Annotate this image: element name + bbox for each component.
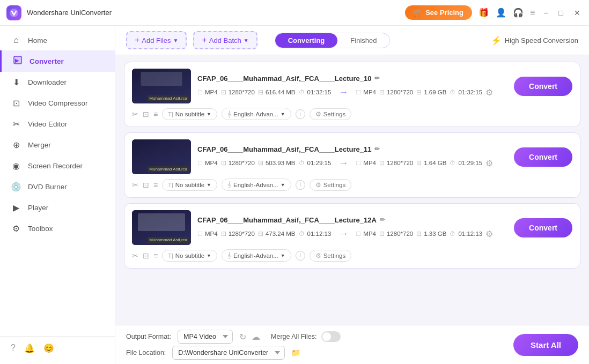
crop-icon[interactable]: ⊡: [143, 110, 149, 118]
edit-icon[interactable]: ✏: [374, 145, 380, 153]
more-icon[interactable]: ≡: [153, 181, 158, 189]
file-name: CFAP_06____Muhammad_Asif,_FCA____Lecture…: [197, 75, 503, 83]
add-files-button[interactable]: + Add Files ▼: [126, 31, 187, 49]
sidebar-item-toolbox[interactable]: ⚙ Toolbox: [0, 218, 115, 239]
add-batch-button[interactable]: + Add Batch ▼: [193, 31, 257, 49]
sidebar-item-label: Player: [28, 204, 48, 212]
sidebar-item-label: Video Compressor: [28, 99, 88, 107]
language-select[interactable]: 𝄞 English-Advan... ▼: [222, 249, 291, 262]
toggle-knob: [322, 332, 331, 341]
language-select[interactable]: 𝄞 English-Advan... ▼: [222, 179, 291, 191]
arrow-right-icon: →: [338, 228, 348, 240]
file-location-select[interactable]: D:\Wondershare UniConverter: [172, 346, 285, 360]
chevron-down-icon: ▼: [281, 112, 285, 117]
card-info: CFAP_06____Muhammad_Asif,_FCA____Lecture…: [197, 216, 503, 240]
card-tools: ✂ ⊡ ≡ T| No subtitle ▼ 𝄞 English-Advan..…: [132, 179, 572, 191]
gear-icon: ⚙: [315, 110, 321, 118]
crop-icon[interactable]: ⊡: [143, 251, 149, 260]
chevron-down-icon: ▼: [207, 112, 211, 117]
gift-icon[interactable]: 🎁: [478, 8, 489, 18]
output-settings-icon[interactable]: ⚙: [485, 158, 493, 168]
subtitle-select[interactable]: T| No subtitle ▼: [162, 179, 217, 191]
arrow-right-icon: →: [338, 158, 348, 169]
minimize-button[interactable]: −: [541, 9, 550, 17]
sidebar-item-video-editor[interactable]: ✂ Video Editor: [0, 114, 115, 135]
merge-group: Merge All Files:: [271, 331, 340, 342]
notification-icon[interactable]: 🔔: [24, 343, 35, 353]
svg-point-0: [10, 9, 18, 17]
sidebar-item-converter[interactable]: ▶ Converter: [0, 50, 115, 72]
resolution-icon: ⊡: [379, 159, 385, 167]
size-icon: ⊟: [258, 230, 263, 237]
settings-button[interactable]: ⚙ Settings: [310, 108, 352, 120]
see-pricing-button[interactable]: 🛒 See Pricing: [405, 5, 472, 20]
output-format-select[interactable]: MP4 Video: [178, 330, 233, 344]
editor-icon: ✂: [11, 119, 21, 129]
card-top: Muhammad Asif,rca CFAP_06____Muhammad_As…: [132, 139, 572, 174]
convert-button[interactable]: Convert: [514, 218, 572, 237]
info-icon[interactable]: i: [296, 251, 305, 261]
sidebar-item-downloader[interactable]: ⬇ Downloader: [0, 72, 115, 93]
merge-toggle[interactable]: [321, 331, 341, 342]
checkbox-icon: ☐: [197, 231, 203, 237]
lightning-icon: ⚡: [491, 35, 502, 46]
info-icon[interactable]: i: [296, 109, 305, 119]
card-top: Muhammad Asif,rca CFAP_06____Muhammad_As…: [132, 69, 572, 103]
edit-icon[interactable]: ✏: [374, 75, 380, 82]
more-icon[interactable]: ≡: [153, 251, 158, 260]
maximize-button[interactable]: □: [557, 9, 565, 17]
sidebar-item-video-compressor[interactable]: ⊡ Video Compressor: [0, 93, 115, 114]
checkbox-icon: ☐: [356, 231, 361, 237]
sidebar-item-home[interactable]: ⌂ Home: [0, 30, 115, 50]
start-all-button[interactable]: Start All: [513, 334, 578, 356]
sidebar-item-player[interactable]: ▶ Player: [0, 197, 115, 218]
size-icon: ⊟: [258, 88, 263, 96]
edit-icon[interactable]: ✏: [380, 216, 385, 224]
settings-button[interactable]: ⚙ Settings: [310, 250, 352, 262]
sidebar-item-merger[interactable]: ⊕ Merger: [0, 135, 115, 155]
settings-button[interactable]: ⚙ Settings: [310, 179, 352, 191]
help-icon[interactable]: ?: [11, 343, 16, 353]
close-button[interactable]: ✕: [572, 9, 583, 17]
checkbox-icon: ☐: [197, 160, 203, 167]
feedback-icon[interactable]: 😊: [43, 343, 54, 353]
sidebar-item-label: Downloader: [28, 78, 67, 86]
subtitle-select[interactable]: T| No subtitle ▼: [162, 250, 217, 262]
tab-finished[interactable]: Finished: [337, 33, 389, 48]
convert-button[interactable]: Convert: [514, 147, 572, 167]
cut-icon[interactable]: ✂: [132, 251, 138, 260]
gear-icon: ⚙: [315, 181, 321, 189]
convert-button[interactable]: Convert: [514, 77, 572, 96]
sidebar-item-screen-recorder[interactable]: ◉ Screen Recorder: [0, 155, 115, 176]
high-speed-button[interactable]: ⚡ High Speed Conversion: [491, 35, 578, 46]
menu-icon[interactable]: ≡: [530, 8, 535, 18]
info-icon[interactable]: i: [296, 180, 305, 190]
account-icon[interactable]: 👤: [496, 8, 506, 18]
folder-icon[interactable]: 📁: [291, 348, 300, 357]
file-location-row: File Location: D:\Wondershare UniConvert…: [126, 346, 505, 360]
output-settings-icon[interactable]: ⚙: [485, 87, 493, 98]
crop-icon[interactable]: ⊡: [143, 181, 149, 189]
more-icon[interactable]: ≡: [153, 110, 158, 118]
app-title: Wondershare UniConverter: [27, 9, 405, 17]
card-tools: ✂ ⊡ ≡ T| No subtitle ▼ 𝄞 English-Advan..…: [132, 108, 572, 120]
duration-icon: ⏱: [299, 89, 305, 95]
tab-converting[interactable]: Converting: [275, 33, 338, 48]
language-select[interactable]: 𝄞 English-Advan... ▼: [222, 108, 291, 120]
subtitle-select[interactable]: T| No subtitle ▼: [162, 108, 217, 120]
content-area: + Add Files ▼ + Add Batch ▼ Converting F…: [115, 26, 589, 364]
thumbnail: Muhammad Asif,rca: [132, 139, 191, 174]
checkbox-icon: ☐: [356, 89, 361, 96]
file-card: Muhammad Asif,rca CFAP_06____Muhammad_As…: [124, 203, 580, 269]
cut-icon[interactable]: ✂: [132, 110, 138, 118]
headset-icon[interactable]: 🎧: [513, 8, 524, 18]
file-name: CFAP_06____Muhammad_Asif,_FCA____Lecture…: [197, 216, 503, 224]
refresh-icon[interactable]: ↻: [239, 332, 246, 342]
gear-icon: ⚙: [315, 252, 321, 259]
cut-icon[interactable]: ✂: [132, 181, 138, 189]
cloud-icon[interactable]: ☁: [252, 332, 260, 342]
recorder-icon: ◉: [11, 161, 21, 171]
sidebar-item-dvd-burner[interactable]: 💿 DVD Burner: [0, 176, 115, 197]
arrow-right-icon: →: [338, 87, 348, 98]
output-settings-icon[interactable]: ⚙: [485, 229, 493, 239]
